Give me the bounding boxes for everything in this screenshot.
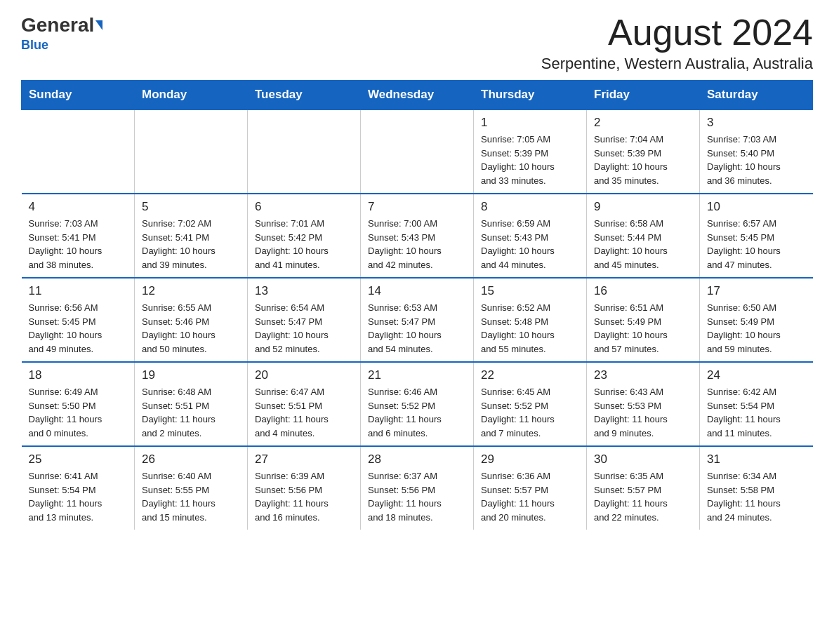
day-number: 13 bbox=[255, 284, 353, 298]
day-info: Sunrise: 6:56 AMSunset: 5:45 PMDaylight:… bbox=[29, 301, 128, 356]
calendar-cell: 23Sunrise: 6:43 AMSunset: 5:53 PMDayligh… bbox=[587, 362, 700, 446]
day-info: Sunrise: 7:03 AMSunset: 5:41 PMDaylight:… bbox=[29, 217, 128, 271]
calendar-subtitle: Serpentine, Western Australia, Australia bbox=[541, 55, 813, 73]
calendar-cell: 7Sunrise: 7:00 AMSunset: 5:43 PMDaylight… bbox=[361, 194, 474, 278]
calendar-cell: 18Sunrise: 6:49 AMSunset: 5:50 PMDayligh… bbox=[22, 362, 135, 446]
day-number: 1 bbox=[481, 116, 579, 130]
logo-area: General Blue bbox=[21, 14, 102, 53]
day-info: Sunrise: 6:51 AMSunset: 5:49 PMDaylight:… bbox=[594, 301, 692, 356]
calendar-cell: 2Sunrise: 7:04 AMSunset: 5:39 PMDaylight… bbox=[587, 109, 700, 194]
day-number: 16 bbox=[594, 284, 692, 298]
day-info: Sunrise: 6:53 AMSunset: 5:47 PMDaylight:… bbox=[368, 301, 466, 356]
day-number: 2 bbox=[594, 116, 692, 130]
day-number: 29 bbox=[481, 452, 579, 467]
day-number: 3 bbox=[707, 116, 806, 130]
calendar-cell: 19Sunrise: 6:48 AMSunset: 5:51 PMDayligh… bbox=[135, 362, 248, 446]
calendar-cell: 20Sunrise: 6:47 AMSunset: 5:51 PMDayligh… bbox=[248, 362, 361, 446]
day-info: Sunrise: 6:55 AMSunset: 5:46 PMDaylight:… bbox=[142, 301, 240, 356]
calendar-cell bbox=[361, 109, 474, 194]
header-tuesday: Tuesday bbox=[248, 81, 361, 110]
day-info: Sunrise: 6:48 AMSunset: 5:51 PMDaylight:… bbox=[142, 385, 240, 440]
day-info: Sunrise: 6:40 AMSunset: 5:55 PMDaylight:… bbox=[142, 469, 240, 524]
calendar-cell: 11Sunrise: 6:56 AMSunset: 5:45 PMDayligh… bbox=[22, 278, 135, 362]
day-number: 4 bbox=[29, 200, 128, 214]
day-number: 23 bbox=[594, 368, 692, 382]
day-number: 14 bbox=[368, 284, 466, 298]
header-friday: Friday bbox=[587, 81, 700, 110]
day-info: Sunrise: 7:01 AMSunset: 5:42 PMDaylight:… bbox=[255, 217, 353, 271]
calendar-cell: 31Sunrise: 6:34 AMSunset: 5:58 PMDayligh… bbox=[700, 446, 813, 530]
day-info: Sunrise: 6:47 AMSunset: 5:51 PMDaylight:… bbox=[255, 385, 353, 440]
day-info: Sunrise: 7:00 AMSunset: 5:43 PMDaylight:… bbox=[368, 217, 466, 271]
calendar-cell: 16Sunrise: 6:51 AMSunset: 5:49 PMDayligh… bbox=[587, 278, 700, 362]
day-number: 19 bbox=[142, 368, 240, 382]
header-thursday: Thursday bbox=[474, 81, 587, 110]
day-number: 10 bbox=[707, 200, 806, 214]
calendar-week-row: 11Sunrise: 6:56 AMSunset: 5:45 PMDayligh… bbox=[22, 278, 813, 362]
header-sunday: Sunday bbox=[22, 81, 135, 110]
day-number: 31 bbox=[707, 452, 806, 467]
day-number: 15 bbox=[481, 284, 579, 298]
calendar-cell bbox=[135, 109, 248, 194]
header-area: General Blue August 2024 Serpentine, Wes… bbox=[21, 14, 813, 73]
calendar-cell: 5Sunrise: 7:02 AMSunset: 5:41 PMDaylight… bbox=[135, 194, 248, 278]
logo-blue: Blue bbox=[21, 38, 48, 53]
day-info: Sunrise: 6:49 AMSunset: 5:50 PMDaylight:… bbox=[29, 385, 128, 440]
day-number: 27 bbox=[255, 452, 353, 467]
calendar-cell: 4Sunrise: 7:03 AMSunset: 5:41 PMDaylight… bbox=[22, 194, 135, 278]
calendar-week-row: 18Sunrise: 6:49 AMSunset: 5:50 PMDayligh… bbox=[22, 362, 813, 446]
day-number: 18 bbox=[29, 368, 128, 382]
calendar-cell: 25Sunrise: 6:41 AMSunset: 5:54 PMDayligh… bbox=[22, 446, 135, 530]
calendar-cell bbox=[22, 109, 135, 194]
calendar-cell: 29Sunrise: 6:36 AMSunset: 5:57 PMDayligh… bbox=[474, 446, 587, 530]
calendar-header-row: Sunday Monday Tuesday Wednesday Thursday… bbox=[22, 81, 813, 110]
day-info: Sunrise: 6:36 AMSunset: 5:57 PMDaylight:… bbox=[481, 469, 579, 524]
day-info: Sunrise: 7:03 AMSunset: 5:40 PMDaylight:… bbox=[707, 133, 806, 187]
day-number: 21 bbox=[368, 368, 466, 382]
calendar-cell: 15Sunrise: 6:52 AMSunset: 5:48 PMDayligh… bbox=[474, 278, 587, 362]
header-saturday: Saturday bbox=[700, 81, 813, 110]
calendar-cell: 28Sunrise: 6:37 AMSunset: 5:56 PMDayligh… bbox=[361, 446, 474, 530]
day-info: Sunrise: 6:58 AMSunset: 5:44 PMDaylight:… bbox=[594, 217, 692, 271]
day-info: Sunrise: 6:43 AMSunset: 5:53 PMDaylight:… bbox=[594, 385, 692, 440]
day-info: Sunrise: 6:59 AMSunset: 5:43 PMDaylight:… bbox=[481, 217, 579, 271]
day-number: 6 bbox=[255, 200, 353, 214]
day-number: 24 bbox=[707, 368, 806, 382]
day-number: 22 bbox=[481, 368, 579, 382]
header-monday: Monday bbox=[135, 81, 248, 110]
calendar-title: August 2024 bbox=[541, 14, 813, 51]
calendar-cell: 14Sunrise: 6:53 AMSunset: 5:47 PMDayligh… bbox=[361, 278, 474, 362]
calendar-cell bbox=[248, 109, 361, 194]
day-number: 11 bbox=[29, 284, 128, 298]
day-number: 7 bbox=[368, 200, 466, 214]
day-number: 20 bbox=[255, 368, 353, 382]
day-number: 26 bbox=[142, 452, 240, 467]
calendar-cell: 30Sunrise: 6:35 AMSunset: 5:57 PMDayligh… bbox=[587, 446, 700, 530]
calendar-week-row: 4Sunrise: 7:03 AMSunset: 5:41 PMDaylight… bbox=[22, 194, 813, 278]
day-info: Sunrise: 6:57 AMSunset: 5:45 PMDaylight:… bbox=[707, 217, 806, 271]
day-info: Sunrise: 6:54 AMSunset: 5:47 PMDaylight:… bbox=[255, 301, 353, 356]
calendar-cell: 10Sunrise: 6:57 AMSunset: 5:45 PMDayligh… bbox=[700, 194, 813, 278]
day-info: Sunrise: 6:34 AMSunset: 5:58 PMDaylight:… bbox=[707, 469, 806, 524]
calendar-table: Sunday Monday Tuesday Wednesday Thursday… bbox=[21, 80, 813, 530]
day-number: 9 bbox=[594, 200, 692, 214]
day-number: 28 bbox=[368, 452, 466, 467]
logo: General bbox=[21, 14, 102, 36]
day-number: 30 bbox=[594, 452, 692, 467]
day-info: Sunrise: 6:35 AMSunset: 5:57 PMDaylight:… bbox=[594, 469, 692, 524]
header-wednesday: Wednesday bbox=[361, 81, 474, 110]
day-info: Sunrise: 6:45 AMSunset: 5:52 PMDaylight:… bbox=[481, 385, 579, 440]
calendar-cell: 27Sunrise: 6:39 AMSunset: 5:56 PMDayligh… bbox=[248, 446, 361, 530]
day-info: Sunrise: 6:52 AMSunset: 5:48 PMDaylight:… bbox=[481, 301, 579, 356]
day-info: Sunrise: 6:37 AMSunset: 5:56 PMDaylight:… bbox=[368, 469, 466, 524]
calendar-cell: 6Sunrise: 7:01 AMSunset: 5:42 PMDaylight… bbox=[248, 194, 361, 278]
day-number: 5 bbox=[142, 200, 240, 214]
calendar-cell: 22Sunrise: 6:45 AMSunset: 5:52 PMDayligh… bbox=[474, 362, 587, 446]
calendar-cell: 1Sunrise: 7:05 AMSunset: 5:39 PMDaylight… bbox=[474, 109, 587, 194]
day-info: Sunrise: 6:42 AMSunset: 5:54 PMDaylight:… bbox=[707, 385, 806, 440]
day-info: Sunrise: 7:04 AMSunset: 5:39 PMDaylight:… bbox=[594, 133, 692, 187]
day-number: 17 bbox=[707, 284, 806, 298]
day-info: Sunrise: 6:39 AMSunset: 5:56 PMDaylight:… bbox=[255, 469, 353, 524]
day-info: Sunrise: 6:41 AMSunset: 5:54 PMDaylight:… bbox=[29, 469, 128, 524]
calendar-cell: 8Sunrise: 6:59 AMSunset: 5:43 PMDaylight… bbox=[474, 194, 587, 278]
